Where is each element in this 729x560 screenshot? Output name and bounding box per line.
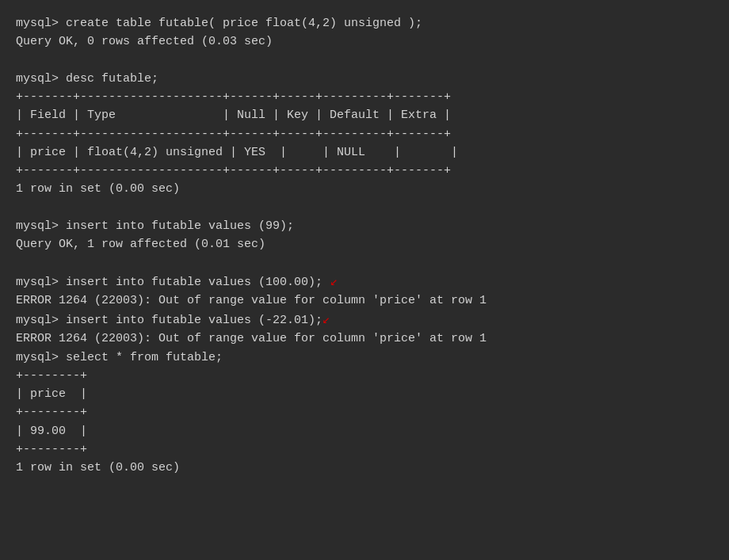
select-border-top: +--------+ [16,367,713,385]
blank-1 [16,51,713,70]
result-insert-99: Query OK, 1 row affected (0.01 sec) [16,235,713,253]
select-border-bot: +--------+ [16,440,713,459]
table-header: | Field | Type | Null | Key | Default | … [16,106,713,124]
error-insert-neg22: ERROR 1264 (22003): Out of range value f… [16,330,713,348]
cmd-desc: mysql> desc futable; [16,70,713,88]
result-create-table: Query OK, 0 rows affected (0.03 sec) [16,32,713,51]
blank-2 [16,199,713,217]
table-data-row: | price | float(4,2) unsigned | YES | | … [16,143,713,162]
result-desc: 1 row in set (0.00 sec) [16,180,713,198]
table-border-top: +-------+--------------------+------+---… [16,88,713,106]
blank-3 [16,253,713,272]
cmd-select: mysql> select * from futable; [16,349,713,367]
cmd-insert-neg22: mysql> insert into futable values (-22.0… [16,310,713,330]
table-border-mid: +-------+--------------------+------+---… [16,125,713,143]
result-select: 1 row in set (0.00 sec) [16,459,713,477]
arrow-icon-2: ↙ [323,313,330,327]
cmd-insert-100: mysql> insert into futable values (100.0… [16,272,713,292]
arrow-icon-1: ↙ [323,275,338,289]
select-header: | price | [16,385,713,403]
cmd-insert-99: mysql> insert into futable values (99); [16,217,713,235]
select-border-mid: +--------+ [16,403,713,421]
select-data-row: | 99.00 | [16,422,713,440]
cmd-create-table: mysql> create table futable( price float… [16,14,713,32]
terminal: mysql> create table futable( price float… [16,14,713,546]
error-insert-100: ERROR 1264 (22003): Out of range value f… [16,291,713,310]
table-border-bot: +-------+--------------------+------+---… [16,162,713,180]
